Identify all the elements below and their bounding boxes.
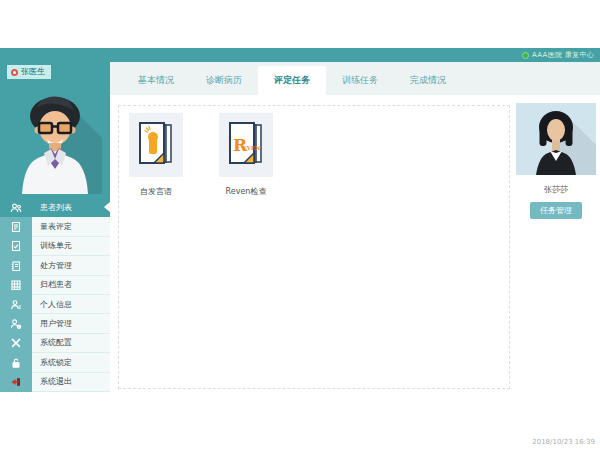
patient-name: 张莎莎 — [544, 184, 568, 195]
sidebar-item-label: 系统锁定 — [32, 353, 110, 372]
tab-bar: 基本情况 诊断病历 评定任务 训练任务 完成情况 — [110, 62, 600, 95]
sidebar-item-label: 用户管理 — [32, 314, 110, 333]
tab-training-tasks[interactable]: 训练任务 — [326, 66, 394, 95]
tab-label: 完成情况 — [410, 74, 446, 87]
sidebar-item-scale-assessment[interactable]: 量表评定 — [0, 217, 110, 236]
sidebar-item-prescription[interactable]: 处方管理 — [0, 256, 110, 275]
sidebar-item-training-unit[interactable]: 训练单元 — [0, 237, 110, 256]
task-panel: 自发言语 R EVEN Reven检查 — [118, 105, 510, 389]
sidebar-item-label: 系统退出 — [32, 373, 110, 392]
user-settings-icon — [0, 314, 32, 333]
sidebar-item-label: 量表评定 — [32, 217, 110, 236]
app-page: AAA医院 康复中心 张医生 — [0, 0, 600, 450]
lock-icon — [0, 353, 32, 372]
tab-label: 诊断病历 — [206, 74, 242, 87]
status-timestamp: 2018/10/23 16:39 — [532, 438, 595, 446]
sidebar-item-system-exit[interactable]: 系统退出 — [0, 373, 110, 392]
sidebar-item-patient-list[interactable]: 患者列表 — [0, 198, 110, 217]
svg-text:EVEN: EVEN — [243, 145, 261, 151]
archive-grid-icon — [0, 276, 32, 295]
task-label: Reven检查 — [226, 186, 267, 197]
sidebar-item-user-management[interactable]: 用户管理 — [0, 314, 110, 333]
tab-assessment-tasks[interactable]: 评定任务 — [258, 66, 326, 95]
tab-label: 评定任务 — [274, 74, 310, 87]
patient-avatar — [516, 103, 596, 175]
doctor-badge[interactable]: 张医生 — [7, 65, 51, 79]
tab-completion-status[interactable]: 完成情况 — [394, 66, 462, 95]
clinic-gear-icon — [11, 69, 18, 76]
sidebar-item-label: 训练单元 — [32, 237, 110, 256]
hospital-logo-icon — [522, 52, 529, 59]
reven-document-icon: R EVEN — [226, 121, 266, 169]
sidebar-menu: 患者列表 量表评定 训练单元 — [0, 198, 110, 392]
doctor-badge-label: 张医生 — [21, 68, 45, 76]
sidebar-item-label: 系统配置 — [32, 334, 110, 353]
task-label: 自发言语 — [140, 186, 172, 197]
exit-icon — [0, 373, 32, 392]
sidebar-item-label: 患者列表 — [32, 198, 110, 217]
task-spontaneous-speech[interactable]: 自发言语 — [121, 113, 191, 197]
main-content: 自发言语 R EVEN Reven检查 — [110, 95, 600, 434]
sidebar-item-personal-info[interactable]: 个人信息 — [0, 295, 110, 314]
task-tile — [129, 113, 183, 177]
sidebar: 张医生 — [0, 48, 110, 392]
speech-document-icon — [136, 121, 176, 169]
prescription-book-icon — [0, 256, 32, 275]
sidebar-item-archived-patients[interactable]: 归档患者 — [0, 276, 110, 295]
training-check-icon — [0, 237, 32, 256]
doctor-avatar — [8, 86, 102, 194]
sidebar-item-label: 归档患者 — [32, 276, 110, 295]
tab-diagnosis-records[interactable]: 诊断病历 — [190, 66, 258, 95]
brand-badge: AAA医院 康复中心 — [522, 50, 594, 60]
task-reven-test[interactable]: R EVEN Reven检查 — [211, 113, 281, 197]
brand-text: AAA医院 康复中心 — [532, 50, 594, 60]
tab-basic-info[interactable]: 基本情况 — [122, 66, 190, 95]
sidebar-item-label: 个人信息 — [32, 295, 110, 314]
sidebar-item-system-lock[interactable]: 系统锁定 — [0, 353, 110, 372]
patient-card: 张莎莎 任务管理 — [512, 103, 600, 219]
users-icon — [0, 198, 32, 217]
tools-icon — [0, 334, 32, 353]
tab-label: 基本情况 — [138, 74, 174, 87]
sidebar-item-system-config[interactable]: 系统配置 — [0, 334, 110, 353]
task-management-button[interactable]: 任务管理 — [530, 202, 582, 219]
id-card-icon — [0, 295, 32, 314]
sidebar-item-label: 处方管理 — [32, 256, 110, 275]
tab-label: 训练任务 — [342, 74, 378, 87]
scale-document-icon — [0, 217, 32, 236]
app-window: AAA医院 康复中心 张医生 — [0, 48, 600, 434]
task-tile: R EVEN — [219, 113, 273, 177]
